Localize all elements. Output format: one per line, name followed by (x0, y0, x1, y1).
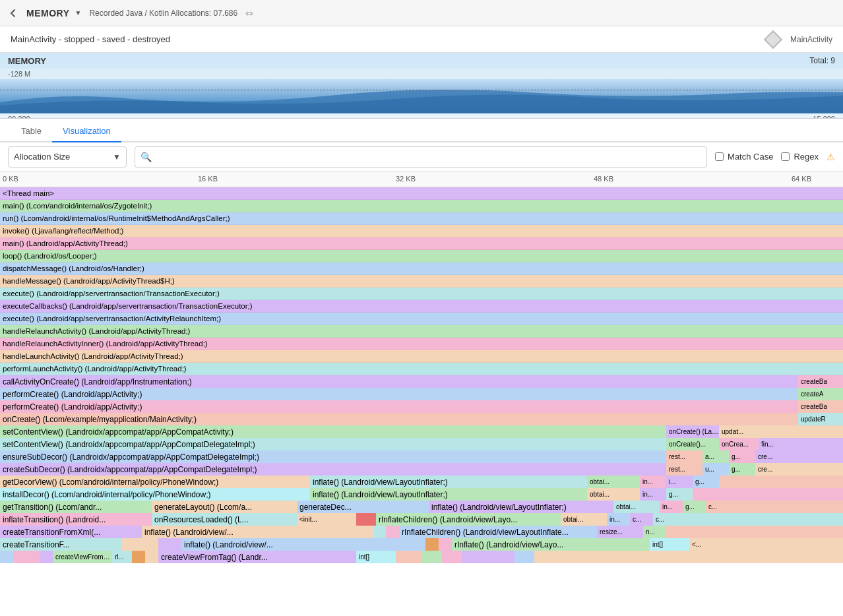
table-row[interactable]: onCreate() (Lcom/example/myapplication/M… (0, 413, 843, 425)
row-label: cre... (755, 466, 772, 473)
row-label: execute() (Landroid/app/servertransactio… (0, 315, 221, 323)
row-label: i... (666, 478, 676, 485)
row-label: execute() (Landroid/app/servertransactio… (0, 290, 220, 297)
session-title: MainActivity - stopped - saved - destroy… (11, 34, 170, 44)
warning-icon: ⚠ (827, 152, 835, 162)
row-label: rest... (666, 453, 685, 460)
ruler-16kb: 16 KB (198, 175, 218, 183)
size-ruler: 0 KB 16 KB 32 KB 48 KB 64 KB (0, 171, 843, 187)
row-label: <init... (297, 516, 317, 523)
table-row[interactable]: execute() (Landroid/app/servertransactio… (0, 313, 843, 325)
table-row[interactable]: execute() (Landroid/app/servertransactio… (0, 288, 843, 300)
table-row[interactable]: handleMessage() (Landroid/app/ActivityTh… (0, 275, 843, 288)
row-label: n... (643, 528, 655, 536)
row-label: createSubDecor() (Landroidx/appcompat/ap… (0, 465, 257, 474)
row-label: invoke() (Ljava/lang/reflect/Method;) (0, 227, 123, 235)
row-label: callActivityOnCreate() (Landroid/app/Ins… (0, 377, 192, 386)
table-row[interactable]: handleRelaunchActivity() (Landroid/app/A… (0, 325, 843, 338)
sort-dropdown[interactable]: Allocation Size ▼ (8, 146, 127, 168)
row-label: g... (666, 491, 678, 498)
table-row[interactable]: getDecorView() (Lcom/android/internal/po… (0, 476, 843, 488)
sort-dropdown-arrow: ▼ (113, 152, 121, 162)
row-label: inflate() (Landroid/view/... (181, 540, 273, 549)
search-input[interactable] (156, 152, 701, 162)
memory-section: MEMORY Total: 9 -128 M 00.000 15.000 (0, 53, 843, 119)
table-row[interactable]: main() (Lcom/android/internal/os/ZygoteI… (0, 200, 843, 212)
table-row[interactable]: createViewFromTa... rl... createViewFrom… (0, 551, 843, 563)
memory-scale-label: -128 M (0, 69, 843, 79)
row-label: installDecor() (Lcom/android/internal/po… (0, 490, 210, 499)
row-label: g... (683, 503, 695, 510)
time-middle: 15.000 (813, 115, 835, 119)
row-label: executeCallbacks() (Landroid/app/servert… (0, 302, 253, 310)
row-label: c... (706, 503, 717, 510)
row-label: in... (640, 478, 653, 485)
row-label: performCreate() (Landroid/app/Activity;) (0, 402, 142, 412)
table-row[interactable]: performLaunchActivity() (Landroid/app/Ac… (0, 363, 843, 375)
tab-table[interactable]: Table (11, 121, 52, 142)
row-label: rInflateChildren() (Landroid/view/Layout… (399, 528, 569, 537)
diamond-icon (764, 30, 782, 48)
match-case-checkbox[interactable] (715, 152, 724, 161)
memory-total: Total: 9 (809, 56, 835, 65)
table-row[interactable]: handleRelaunchActivityInner() (Landroid/… (0, 338, 843, 350)
row-label: in... (607, 516, 620, 523)
row-label: loop() (Landroid/os/Looper;) (0, 252, 97, 260)
table-row[interactable]: loop() (Landroid/os/Looper;) (0, 250, 843, 262)
row-label: ensureSubDecor() (Landroidx/appcompat/ap… (0, 452, 259, 462)
back-button[interactable] (5, 5, 21, 21)
regex-label: Regex (794, 152, 819, 162)
row-label: dispatchMessage() (Landroid/os/Handler;) (0, 264, 144, 272)
session-right: MainActivity (766, 33, 832, 46)
table-row[interactable]: createTransitionFromXml(... inflate() (L… (0, 526, 843, 538)
row-label: in... (640, 491, 653, 498)
row-label: handleLaunchActivity() (Landroid/app/Act… (0, 352, 183, 360)
ruler-0kb: 0 KB (3, 175, 18, 183)
row-label: inflateTransition() (Landroid... (0, 515, 106, 524)
table-row[interactable]: getTransition() (Lcom/andr... generateLa… (0, 501, 843, 513)
session-header: MainActivity - stopped - saved - destroy… (0, 26, 843, 53)
controls-bar: Allocation Size ▼ 🔍 Match Case Regex ⚠ (0, 142, 843, 171)
table-row[interactable]: main() (Landroid/app/ActivityThread;) (0, 237, 843, 250)
main-content: MEMORY Total: 9 -128 M 00.000 15.000 Tab… (0, 53, 843, 616)
row-label: setContentView() (Landroidx/appcompat/ap… (0, 440, 255, 449)
row-label: onResourcesLoaded() (L... (152, 515, 249, 524)
table-row[interactable]: setContentView() (Landroidx/appcompat/ap… (0, 438, 843, 450)
table-row[interactable]: ensureSubDecor() (Landroidx/appcompat/ap… (0, 450, 843, 463)
search-icon: 🔍 (140, 152, 152, 162)
table-row[interactable]: callActivityOnCreate() (Landroid/app/Ins… (0, 375, 843, 388)
table-row[interactable]: createTransitionF... inflate() (Landroid… (0, 538, 843, 551)
row-label: <... (689, 541, 701, 548)
table-row[interactable]: <Thread main> (0, 187, 843, 200)
table-row[interactable]: dispatchMessage() (Landroid/os/Handler;) (0, 262, 843, 275)
row-label: in... (660, 503, 673, 510)
table-row[interactable]: run() (Lcom/android/internal/os/RuntimeI… (0, 212, 843, 225)
regex-checkbox[interactable] (781, 152, 790, 161)
row-label: performLaunchActivity() (Landroid/app/Ac… (0, 365, 187, 373)
row-label: resize... (597, 528, 623, 536)
row-label: g... (693, 478, 704, 485)
table-row[interactable]: invoke() (Ljava/lang/reflect/Method;) (0, 225, 843, 237)
row-label: createTransitionFromXml(... (0, 528, 100, 537)
memory-title: MEMORY (8, 56, 46, 66)
row-label: rl... (112, 553, 124, 561)
table-row[interactable]: handleLaunchActivity() (Landroid/app/Act… (0, 350, 843, 363)
row-label: createTransitionF... (0, 540, 70, 549)
table-row[interactable]: setContentView() (Landroidx/appcompat/ap… (0, 425, 843, 438)
time-start: 00.000 (8, 115, 30, 119)
row-label: createViewFromTa... (53, 553, 112, 561)
activity-label: MainActivity (790, 35, 832, 44)
row-label: updateR (798, 416, 826, 423)
app-dropdown-arrow[interactable]: ▼ (75, 9, 81, 16)
table-row[interactable]: performCreate() (Landroid/app/Activity;)… (0, 400, 843, 413)
table-row[interactable]: performCreate() (Landroid/app/Activity;)… (0, 388, 843, 400)
table-row[interactable]: executeCallbacks() (Landroid/app/servert… (0, 300, 843, 313)
tab-visualization[interactable]: Visualization (52, 121, 121, 142)
row-label: u... (702, 466, 714, 473)
row-label: handleRelaunchActivity() (Landroid/app/A… (0, 327, 190, 335)
table-row[interactable]: installDecor() (Lcom/android/internal/po… (0, 488, 843, 501)
calltree-area[interactable]: <Thread main> main() (Lcom/android/inter… (0, 187, 843, 616)
table-row[interactable]: inflateTransition() (Landroid... onResou… (0, 513, 843, 526)
memory-header: MEMORY Total: 9 (0, 53, 843, 69)
table-row[interactable]: createSubDecor() (Landroidx/appcompat/ap… (0, 463, 843, 476)
